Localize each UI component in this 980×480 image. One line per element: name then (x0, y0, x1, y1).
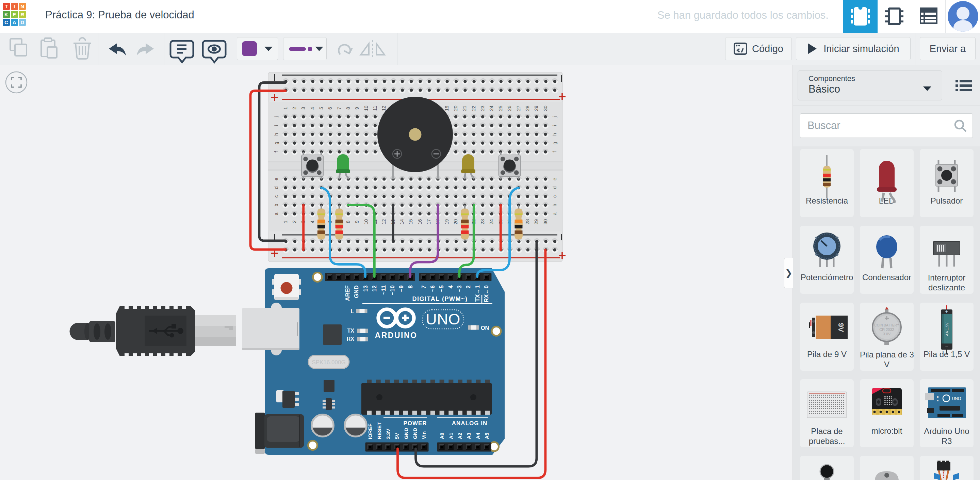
svg-text:17: 17 (426, 219, 431, 225)
svg-text:RESET: RESET (376, 422, 382, 439)
svg-text:13: 13 (363, 285, 369, 292)
svg-text:GND: GND (412, 428, 418, 440)
svg-text:~3: ~3 (456, 285, 463, 292)
svg-text:1: 1 (283, 107, 288, 110)
svg-text:~10: ~10 (389, 285, 396, 295)
svg-text:19: 19 (444, 105, 450, 111)
svg-text:IOREF: IOREF (367, 424, 373, 439)
svg-text:19: 19 (444, 219, 450, 225)
svg-text:15: 15 (408, 219, 414, 225)
svg-text:b: b (552, 204, 557, 206)
svg-text:4: 4 (310, 107, 315, 110)
svg-text:6: 6 (327, 107, 333, 110)
svg-text:9: 9 (354, 107, 360, 110)
svg-text:j: j (552, 116, 557, 118)
svg-text:A0: A0 (439, 433, 445, 439)
svg-text:e: e (552, 178, 557, 180)
svg-text:h: h (552, 133, 557, 136)
svg-text:26: 26 (507, 105, 512, 111)
svg-text:10: 10 (363, 219, 369, 225)
svg-text:GND: GND (353, 285, 360, 298)
svg-text:CR 2032: CR 2032 (879, 327, 894, 332)
svg-text:A2: A2 (457, 433, 463, 439)
svg-text:14: 14 (399, 219, 404, 225)
svg-text:TX: TX (347, 328, 355, 333)
svg-text:SPK16.000G: SPK16.000G (312, 359, 345, 366)
svg-text:~6: ~6 (430, 285, 436, 292)
svg-text:24: 24 (488, 105, 494, 111)
svg-text:3.3V: 3.3V (385, 429, 391, 439)
svg-text:10: 10 (363, 105, 369, 111)
svg-text:RX: RX (347, 336, 355, 342)
svg-text:a: a (552, 212, 557, 215)
svg-text:TX→1: TX→1 (474, 285, 481, 301)
svg-text:3: 3 (301, 107, 306, 110)
svg-text:2: 2 (292, 220, 297, 223)
svg-text:DIGITAL (PWM~): DIGITAL (PWM~) (412, 295, 468, 302)
svg-text:24: 24 (488, 219, 494, 225)
svg-text:12: 12 (381, 105, 387, 111)
svg-text:~5: ~5 (438, 285, 445, 292)
svg-text:30: 30 (543, 219, 548, 225)
svg-text:2: 2 (465, 285, 472, 288)
svg-text:21: 21 (462, 105, 467, 111)
svg-text:8: 8 (345, 220, 351, 223)
svg-text:2: 2 (292, 107, 297, 110)
svg-text:e: e (274, 178, 279, 180)
svg-text:5V: 5V (394, 433, 400, 439)
svg-text:27: 27 (516, 105, 521, 111)
svg-text:28: 28 (525, 105, 530, 111)
svg-text:29: 29 (533, 219, 539, 225)
svg-text:ARDUINO: ARDUINO (375, 331, 417, 340)
svg-text:i: i (552, 125, 557, 126)
svg-text:d: d (552, 186, 557, 189)
svg-text:A3: A3 (466, 433, 472, 439)
svg-text:7: 7 (337, 107, 342, 110)
svg-text:Vin: Vin (421, 431, 427, 439)
svg-text:16: 16 (417, 219, 423, 225)
svg-text:1: 1 (283, 220, 288, 223)
svg-text:c: c (274, 195, 279, 198)
svg-text:GND: GND (403, 428, 409, 440)
svg-text:28: 28 (525, 219, 530, 225)
svg-text:ON: ON (481, 325, 489, 331)
svg-text:d: d (274, 186, 279, 189)
svg-text:A5: A5 (484, 433, 490, 439)
svg-text:COIN BATTERY: COIN BATTERY (875, 324, 899, 327)
svg-text:A4: A4 (475, 432, 481, 439)
svg-text:a: a (274, 212, 279, 215)
svg-text:8: 8 (407, 285, 414, 288)
svg-text:j: j (274, 116, 279, 118)
svg-text:~11: ~11 (380, 285, 387, 295)
svg-text:ANALOG IN: ANALOG IN (452, 420, 487, 427)
svg-text:−: − (945, 343, 948, 349)
svg-text:POWER: POWER (403, 420, 427, 427)
svg-text:g: g (274, 142, 279, 144)
svg-text:25: 25 (498, 105, 503, 111)
svg-text:RX←0: RX←0 (483, 285, 490, 302)
svg-text:4: 4 (310, 220, 315, 223)
svg-text:11: 11 (372, 106, 378, 111)
svg-text:+: + (945, 309, 948, 314)
svg-text:20: 20 (453, 105, 458, 111)
svg-text:g: g (552, 142, 557, 144)
svg-text:5: 5 (318, 107, 324, 110)
svg-text:12: 12 (381, 219, 387, 225)
svg-text:h: h (274, 133, 279, 136)
svg-text:b: b (274, 204, 279, 206)
svg-text:UNO: UNO (426, 311, 460, 328)
svg-text:9V: 9V (837, 323, 845, 332)
svg-text:7: 7 (421, 285, 427, 288)
svg-text:AREF: AREF (344, 285, 351, 301)
svg-text:30: 30 (543, 105, 548, 111)
svg-text:9: 9 (354, 220, 360, 223)
svg-text:29: 29 (533, 105, 539, 111)
svg-text:8: 8 (345, 107, 351, 110)
svg-text:23: 23 (480, 105, 485, 111)
svg-text:c: c (552, 195, 557, 198)
svg-text:A1: A1 (448, 433, 454, 439)
svg-text:UNO: UNO (952, 396, 961, 401)
svg-text:i: i (274, 125, 279, 126)
svg-text:22: 22 (471, 105, 476, 111)
svg-text:12: 12 (371, 285, 378, 292)
